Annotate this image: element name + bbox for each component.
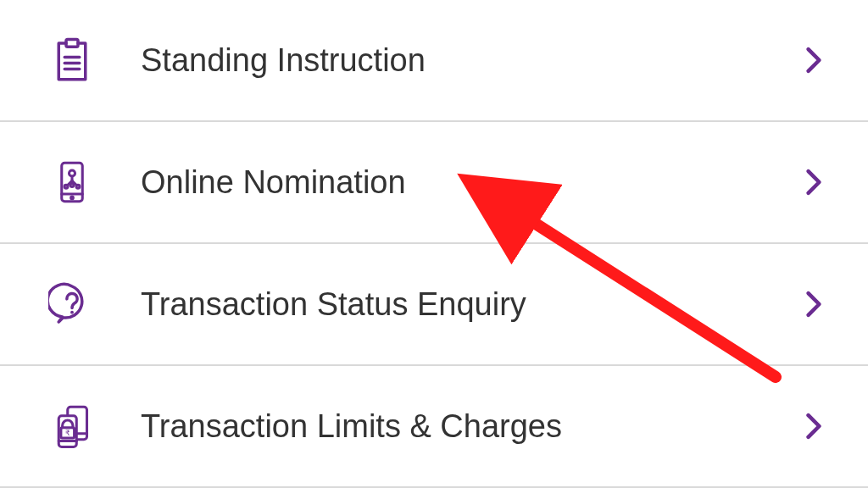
svg-rect-0 — [66, 40, 78, 47]
menu-item-label: Online Nomination — [107, 164, 797, 201]
svg-point-11 — [64, 185, 68, 188]
svg-text:₹: ₹ — [65, 429, 70, 437]
menu-item-label: Standing Instruction — [107, 42, 797, 79]
lock-phone-icon: ₹ — [37, 402, 107, 450]
svg-point-13 — [70, 184, 74, 187]
chevron-right-icon — [797, 165, 831, 199]
menu-item-label: Transaction Status Enquiry — [107, 286, 797, 323]
menu-item-label: Transaction Limits & Charges — [107, 408, 797, 445]
svg-point-14 — [70, 311, 74, 314]
phone-person-icon — [37, 158, 107, 206]
chevron-right-icon — [797, 43, 831, 77]
menu-item-standing-instruction[interactable]: Standing Instruction — [0, 0, 868, 122]
question-bubble-icon — [37, 280, 107, 328]
settings-menu: Standing Instruction — [0, 0, 868, 488]
clipboard-icon — [37, 36, 107, 84]
svg-point-12 — [76, 185, 80, 188]
chevron-right-icon — [797, 287, 831, 321]
chevron-right-icon — [797, 409, 831, 443]
menu-item-transaction-status-enquiry[interactable]: Transaction Status Enquiry — [0, 244, 868, 366]
menu-item-transaction-limits-charges[interactable]: ₹ Transaction Limits & Charges — [0, 366, 868, 488]
menu-item-online-nomination[interactable]: Online Nomination — [0, 122, 868, 244]
svg-point-6 — [71, 197, 74, 199]
